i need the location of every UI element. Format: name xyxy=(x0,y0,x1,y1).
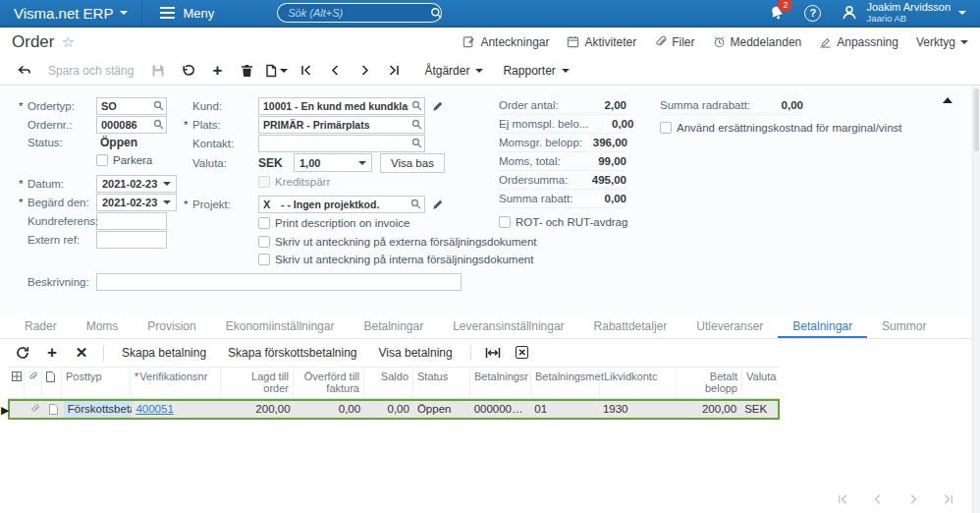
previous-record-button[interactable] xyxy=(321,59,349,83)
tab-rabattdetaljer[interactable]: Rabattdetaljer xyxy=(579,316,682,338)
cell-status[interactable]: Öppen xyxy=(413,403,470,415)
plats-input[interactable] xyxy=(258,116,425,134)
activities-link[interactable]: Aktiviteter xyxy=(567,35,636,49)
verifikationsnr-link[interactable]: 400051 xyxy=(136,403,173,415)
add-record-button[interactable]: + xyxy=(203,59,231,83)
skapa-betalning-button[interactable]: Skapa betalning xyxy=(111,346,217,360)
last-record-button[interactable] xyxy=(380,59,408,83)
tab-betalningar-active[interactable]: Betalningar xyxy=(778,316,867,338)
column-header-posttyp[interactable]: Posttyp xyxy=(62,368,131,398)
visa-betalning-button[interactable]: Visa betalning xyxy=(368,346,463,360)
user-menu[interactable]: Joakim Arvidsson Jaario AB xyxy=(841,1,966,25)
tab-utleveranser[interactable]: Utleveranser xyxy=(681,316,778,338)
delete-row-button[interactable]: ✕ xyxy=(67,342,96,364)
files-link[interactable]: Filer xyxy=(654,35,694,49)
scrollbar-thumb[interactable] xyxy=(974,88,979,151)
search-icon[interactable] xyxy=(410,199,421,209)
tools-menu[interactable]: Verktyg xyxy=(916,35,968,49)
visa-bas-button[interactable]: Visa bas xyxy=(380,153,445,173)
help-button[interactable]: ? xyxy=(804,5,821,22)
last-page-button[interactable] xyxy=(943,493,954,505)
ordernr-input[interactable] xyxy=(96,116,167,134)
add-row-button[interactable]: + xyxy=(37,342,67,364)
column-header-betalningsref[interactable]: Betalningsr xyxy=(470,368,531,398)
column-header-lagd-till-order[interactable]: Lagd till order xyxy=(221,368,294,398)
first-record-button[interactable] xyxy=(292,59,319,83)
cell-posttyp[interactable]: Förskottsbetal... xyxy=(64,401,133,418)
column-header-saldo[interactable]: Saldo xyxy=(364,368,413,398)
row-paperclip-icon[interactable] xyxy=(27,404,44,414)
beskrivning-input[interactable] xyxy=(96,273,462,291)
print-description-checkbox[interactable]: Print description on invoice xyxy=(258,214,409,232)
column-settings-header[interactable] xyxy=(8,368,25,398)
tab-leveransinstallningar[interactable]: Leveransinställningar xyxy=(438,316,578,338)
fit-columns-button[interactable] xyxy=(478,342,508,364)
tab-provision[interactable]: Provision xyxy=(133,316,210,338)
column-header-status[interactable]: Status xyxy=(413,368,470,398)
ersattningskostnad-checkbox[interactable]: Använd ersättningskostnad för marginal/v… xyxy=(660,119,901,137)
delete-record-button[interactable] xyxy=(233,59,260,83)
cell-likvidkonto[interactable]: 1930 xyxy=(599,403,676,415)
kundreferens-input[interactable] xyxy=(96,212,167,230)
column-header-betalt-belopp[interactable]: Betalt belopp xyxy=(677,368,742,398)
notes-link[interactable]: Anteckningar xyxy=(463,35,549,49)
rot-rut-checkbox[interactable]: ROT- och RUT-avdrag xyxy=(499,213,627,231)
first-page-button[interactable] xyxy=(837,493,848,505)
notifications-button[interactable]: 2 xyxy=(769,5,785,21)
files-column-header[interactable] xyxy=(25,368,42,398)
app-switcher[interactable]: Visma.net ERP xyxy=(0,0,141,26)
tab-summor[interactable]: Summor xyxy=(867,316,941,338)
edit-projekt-button[interactable] xyxy=(432,199,444,210)
save-and-close-button[interactable]: Spara och stäng xyxy=(39,64,142,78)
notes-column-header[interactable] xyxy=(42,368,62,398)
next-record-button[interactable] xyxy=(351,59,378,83)
kontakt-input[interactable] xyxy=(258,135,425,152)
parkera-checkbox[interactable]: Parkera xyxy=(96,151,152,169)
ordertyp-input[interactable] xyxy=(96,97,167,115)
print-external-checkbox[interactable]: Skriv ut anteckning på externa försäljni… xyxy=(258,233,537,251)
cell-betalt-belopp[interactable]: 200,00 xyxy=(676,403,741,415)
datum-datepicker[interactable]: 2021-02-23 xyxy=(96,175,177,193)
cell-betalningsref[interactable]: 0000000009 xyxy=(470,403,531,415)
tab-betalningar-1[interactable]: Betalningar xyxy=(349,316,438,338)
valuta-currency[interactable]: SEK xyxy=(258,156,294,170)
collapse-panel-button[interactable] xyxy=(943,92,953,103)
column-header-likvidkonto[interactable]: Likvidkontc xyxy=(600,368,677,398)
tab-rader[interactable]: Rader xyxy=(10,316,72,338)
main-menu-button[interactable]: Meny xyxy=(141,0,232,26)
search-input[interactable] xyxy=(286,6,430,20)
reports-menu-button[interactable]: Rapporter xyxy=(494,64,577,78)
skapa-forskottsbetalning-button[interactable]: Skapa förskottsbetalning xyxy=(217,346,367,360)
print-internal-checkbox[interactable]: Skriv ut anteckning på interna försäljni… xyxy=(258,251,533,268)
column-header-overford-till-faktura[interactable]: Överförd till faktura xyxy=(294,368,364,398)
column-header-valuta[interactable]: Valuta xyxy=(742,368,780,398)
kreditsparr-checkbox[interactable]: Kreditspärr xyxy=(258,173,330,191)
column-header-betalningsmetod[interactable]: Betalningsmet xyxy=(531,368,600,398)
kund-input[interactable] xyxy=(258,97,425,115)
customization-link[interactable]: Anpassning xyxy=(819,35,898,49)
cell-saldo[interactable]: 0,00 xyxy=(364,403,413,415)
search-icon[interactable] xyxy=(430,7,443,20)
projekt-input[interactable]: X - - Ingen projektkod. xyxy=(258,196,425,213)
column-header-verifikationsnr[interactable]: Verifikationsnr xyxy=(131,368,221,398)
row-note-icon[interactable] xyxy=(44,404,64,415)
cell-valuta[interactable]: SEK xyxy=(740,403,778,415)
cell-verifikationsnr[interactable]: 400051 xyxy=(132,403,222,415)
insert-clipboard-button[interactable] xyxy=(262,59,290,83)
tab-ekonomiinstallningar[interactable]: Ekonomiinställningar xyxy=(211,316,350,338)
cell-overford-till-faktura[interactable]: 0,00 xyxy=(295,403,365,415)
save-button[interactable] xyxy=(144,59,172,83)
cell-lagd-till-order[interactable]: 200,00 xyxy=(222,403,295,415)
extern-ref-input[interactable] xyxy=(96,231,167,249)
messages-link[interactable]: Meddelanden xyxy=(713,35,802,49)
valuta-rate-combo[interactable]: 1,00 xyxy=(294,153,372,172)
grid-row-selected[interactable]: ▶ Förskottsbetal... 400051 200,00 0,00 0… xyxy=(8,399,780,420)
begard-den-datepicker[interactable]: 2021-02-23 xyxy=(96,194,177,211)
cancel-undo-button[interactable] xyxy=(174,59,201,83)
favorite-star-icon[interactable]: ☆ xyxy=(61,33,74,51)
edit-kund-button[interactable] xyxy=(432,100,444,112)
back-button[interactable] xyxy=(10,59,37,83)
cell-betalningsmetod[interactable]: 01 xyxy=(530,403,599,415)
previous-page-button[interactable] xyxy=(872,493,884,505)
actions-menu-button[interactable]: Åtgärder xyxy=(415,64,492,78)
